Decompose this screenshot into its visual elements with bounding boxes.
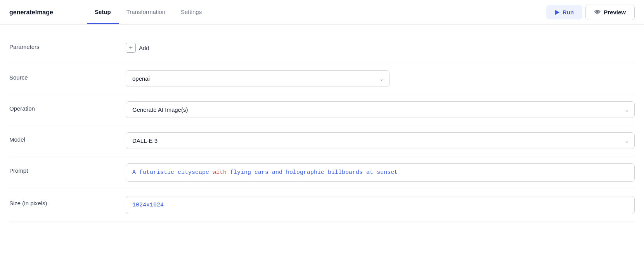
prompt-highlight: with [213, 169, 227, 176]
parameters-row: Parameters + Add [9, 33, 635, 63]
model-label: Model [9, 132, 126, 143]
preview-button[interactable]: 👁 Preview [585, 5, 635, 20]
plus-icon: + [126, 43, 136, 53]
source-row: Source openai stability-ai midjourney ⌄ [9, 63, 635, 94]
source-label: Source [9, 70, 126, 81]
app-container: generateImage Setup Transformation Setti… [0, 0, 644, 260]
source-select-wrapper: openai stability-ai midjourney ⌄ [126, 70, 390, 87]
tab-transformation[interactable]: Transformation [119, 1, 173, 24]
play-icon [555, 10, 559, 15]
prompt-control: A futuristic cityscape with flying cars … [126, 163, 635, 182]
header-actions: Run 👁 Preview [546, 5, 635, 20]
size-row: Size (in pixels) 1024x1024 [9, 189, 635, 222]
tab-settings[interactable]: Settings [173, 1, 209, 24]
run-button[interactable]: Run [546, 5, 582, 19]
prompt-field-display: A futuristic cityscape with flying cars … [126, 163, 635, 182]
parameters-label: Parameters [9, 40, 126, 50]
parameters-control: + Add [126, 40, 635, 56]
size-field-display: 1024x1024 [126, 196, 635, 214]
prompt-row: Prompt A futuristic cityscape with flyin… [9, 156, 635, 189]
model-select-wrapper: DALL-E 3 DALL-E 2 Stable Diffusion XL ⌄ [126, 132, 635, 149]
tabs: Setup Transformation Settings [87, 1, 546, 24]
add-button[interactable]: + Add [126, 40, 149, 56]
prompt-label: Prompt [9, 163, 126, 174]
operation-control: Generate AI Image(s) Edit Image Create V… [126, 101, 635, 118]
operation-select-wrapper: Generate AI Image(s) Edit Image Create V… [126, 101, 635, 118]
model-select[interactable]: DALL-E 3 DALL-E 2 Stable Diffusion XL [126, 132, 635, 149]
tab-setup[interactable]: Setup [87, 1, 119, 24]
source-select[interactable]: openai stability-ai midjourney [126, 70, 390, 87]
operation-label: Operation [9, 101, 126, 112]
operation-select[interactable]: Generate AI Image(s) Edit Image Create V… [126, 101, 635, 118]
prompt-content: A futuristic cityscape with flying cars … [132, 169, 398, 176]
size-label: Size (in pixels) [9, 196, 126, 206]
add-label: Add [139, 45, 149, 51]
model-row: Model DALL-E 3 DALL-E 2 Stable Diffusion… [9, 125, 635, 156]
operation-row: Operation Generate AI Image(s) Edit Imag… [9, 94, 635, 125]
main-content: Parameters + Add Source openai stability… [0, 25, 644, 229]
model-control: DALL-E 3 DALL-E 2 Stable Diffusion XL ⌄ [126, 132, 635, 149]
eye-icon: 👁 [594, 9, 601, 16]
source-control: openai stability-ai midjourney ⌄ [126, 70, 390, 87]
app-title: generateImage [9, 9, 71, 16]
size-control: 1024x1024 [126, 196, 635, 214]
header: generateImage Setup Transformation Setti… [0, 0, 644, 25]
